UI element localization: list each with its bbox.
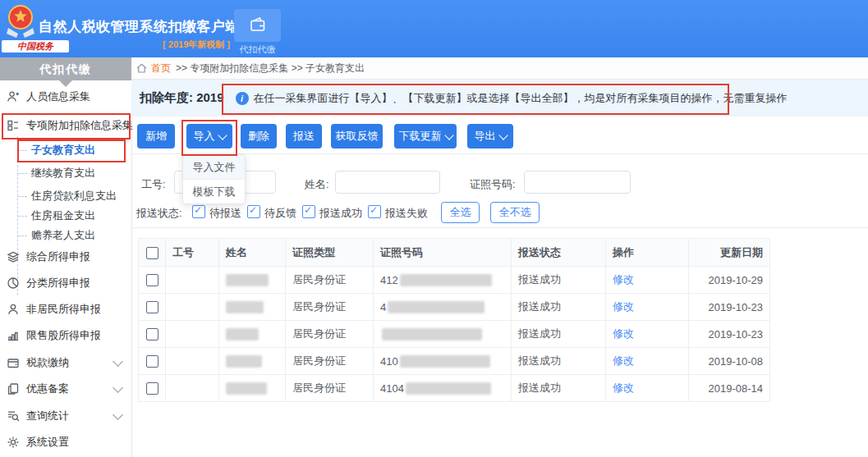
- chevron-down-icon: [113, 409, 123, 420]
- checkbox-submit-success[interactable]: [302, 205, 315, 218]
- modify-link[interactable]: 修改: [613, 354, 634, 367]
- name-label: 姓名:: [305, 177, 329, 192]
- sidebar-item-label: 税款缴纳: [26, 355, 69, 370]
- sidebar-item-label: 系统设置: [26, 435, 69, 450]
- sidebar-item-label: 优惠备案: [26, 382, 69, 396]
- name-cell: [219, 267, 286, 294]
- checkbox-pending-submit[interactable]: [192, 205, 205, 218]
- sidebar-item-personnel-info[interactable]: 人员信息采集: [0, 85, 131, 108]
- records-table: 工号 姓名 证照类型 证照号码 报送状态 操作 更新日期 居民身份证 412 报…: [138, 238, 770, 402]
- cert-type-cell: 居民身份证: [286, 294, 374, 321]
- table-row: 居民身份证 4104 报送成功 修改 2019-08-14: [139, 375, 770, 402]
- import-button[interactable]: 导入: [186, 124, 232, 149]
- sidebar-item-restricted-shares-income[interactable]: 限售股所得申报: [0, 324, 131, 347]
- col-header: 报送状态: [512, 239, 606, 267]
- filter-divider: [131, 227, 868, 228]
- redacted-id: [400, 355, 490, 368]
- tree-dash: [18, 150, 27, 151]
- sidebar-subitem-mortgage-interest[interactable]: 住房贷款利息支出: [31, 186, 117, 206]
- cert-type-cell: 居民身份证: [286, 321, 374, 348]
- status-option-label: 待反馈: [264, 206, 296, 221]
- checkbox-pending-feedback[interactable]: [247, 205, 260, 218]
- col-header: 操作: [606, 239, 689, 267]
- delete-button[interactable]: 删除: [241, 124, 277, 149]
- download-update-button[interactable]: 下载更新: [394, 124, 457, 149]
- updated-date-cell: 2019-10-29: [689, 267, 770, 294]
- documents-icon: [7, 382, 20, 395]
- chevron-down-icon: [113, 356, 123, 367]
- sidebar-item-query-statistics[interactable]: 查询统计: [0, 404, 131, 427]
- sidebar-subitem-label: 住房租金支出: [31, 208, 95, 223]
- table-row: 居民身份证 412 报送成功 修改 2019-10-29: [139, 267, 770, 294]
- home-icon: [136, 63, 147, 73]
- sidebar-subitem-housing-rent[interactable]: 住房租金支出: [31, 206, 95, 226]
- sidebar-item-tax-payment[interactable]: 税款缴纳: [0, 351, 131, 374]
- name-cell: [219, 294, 286, 321]
- modify-link[interactable]: 修改: [613, 300, 634, 313]
- updated-date-cell: 2019-08-14: [689, 375, 770, 402]
- status-cell: 报送成功: [512, 348, 606, 375]
- modify-link[interactable]: 修改: [613, 273, 634, 286]
- sidebar-item-comprehensive-income[interactable]: 综合所得申报: [0, 245, 131, 268]
- row-checkbox[interactable]: [146, 355, 158, 368]
- sidebar-item-classified-income[interactable]: 分类所得申报: [0, 272, 131, 295]
- menu-item-template-download[interactable]: 模板下载: [183, 180, 245, 203]
- redacted-name: [226, 301, 264, 313]
- deduction-year-bar: 扣除年度: 2019 i 在任一采集界面进行【导入】、【下载更新】或是选择【导出…: [131, 80, 868, 117]
- sidebar-item-nonresident-income[interactable]: 非居民所得申报: [0, 298, 131, 321]
- row-checkbox[interactable]: [146, 382, 158, 395]
- col-header: 证照号码: [374, 239, 512, 267]
- sidebar-subitem-elderly-support[interactable]: 赡养老人支出: [31, 226, 95, 245]
- redacted-id: [406, 382, 491, 395]
- breadcrumb: 首页 >> 专项附加扣除信息采集 >> 子女教育支出: [131, 57, 868, 80]
- wallet-icon: [249, 16, 267, 36]
- national-emblem-logo: [6, 3, 35, 43]
- sidebar-item-label: 人员信息采集: [26, 89, 90, 104]
- user-add-icon: [7, 90, 20, 103]
- redacted-id: [400, 274, 492, 286]
- tree-dash: [18, 216, 27, 217]
- checkbox-submit-failed[interactable]: [368, 205, 381, 218]
- modify-link[interactable]: 修改: [613, 327, 634, 340]
- col-header: 工号: [166, 239, 219, 267]
- sidebar-item-special-deduction[interactable]: 专项附加扣除信息采集: [0, 114, 131, 137]
- cert-type-cell: 居民身份证: [286, 348, 374, 375]
- sidebar-subitem-continuing-education[interactable]: 继续教育支出: [31, 163, 95, 183]
- chevron-down-icon: [218, 130, 227, 139]
- sidebar-subitem-label: 住房贷款利息支出: [31, 189, 117, 203]
- updated-date-cell: 2019-10-23: [689, 294, 770, 321]
- export-button[interactable]: 导出: [467, 124, 513, 149]
- col-header: 证照类型: [286, 239, 374, 267]
- status-cell: 报送成功: [512, 267, 606, 294]
- status-cell: 报送成功: [512, 321, 606, 348]
- row-checkbox[interactable]: [146, 328, 158, 340]
- select-all-button[interactable]: 全选: [441, 202, 480, 223]
- modify-link[interactable]: 修改: [613, 382, 634, 394]
- select-all-rows-checkbox[interactable]: [146, 247, 158, 259]
- sidebar-subitem-label: 子女教育支出: [31, 143, 95, 158]
- updated-date-cell: 2019-10-08: [689, 348, 770, 375]
- add-button[interactable]: 新增: [137, 124, 175, 149]
- table-row: 居民身份证 报送成功 修改 2019-10-23: [139, 321, 770, 348]
- get-feedback-button[interactable]: 获取反馈: [331, 124, 383, 149]
- cert-no-input[interactable]: [524, 171, 631, 194]
- select-none-button[interactable]: 全不选: [490, 202, 540, 223]
- name-input[interactable]: [335, 171, 440, 194]
- menu-item-import-file[interactable]: 导入文件: [183, 155, 245, 180]
- breadcrumb-home-link[interactable]: 首页: [151, 62, 171, 75]
- status-option-label: 报送成功: [319, 206, 362, 221]
- notice-text: 在任一采集界面进行【导入】、【下载更新】或是选择【导出全部】，均是对所有采集项目…: [254, 91, 788, 106]
- row-checkbox[interactable]: [146, 274, 158, 286]
- sidebar-subitem-label: 赡养老人支出: [31, 228, 95, 243]
- wallet-icon: [7, 356, 20, 369]
- tab-withholding[interactable]: [234, 9, 281, 42]
- sidebar-subitem-child-education[interactable]: 子女教育支出: [31, 140, 95, 160]
- row-checkbox[interactable]: [146, 301, 158, 313]
- sidebar-item-system-settings[interactable]: 系统设置: [0, 431, 131, 454]
- tab-withholding-label: 代扣代缴: [234, 43, 281, 56]
- bar-chart-icon: [7, 329, 20, 342]
- submit-button[interactable]: 报送: [286, 124, 322, 149]
- action-cell: 修改: [606, 348, 689, 375]
- sidebar-item-preference-filing[interactable]: 优惠备案: [0, 377, 131, 400]
- emp-no-cell: [166, 321, 219, 348]
